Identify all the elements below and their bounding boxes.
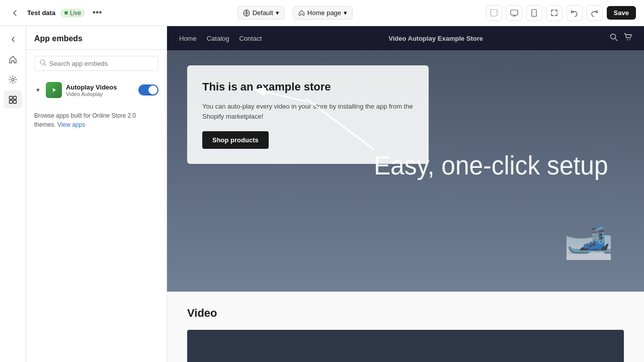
live-dot [64, 11, 68, 15]
svg-marker-11 [53, 88, 56, 92]
embed-item-autoplay: ▼ Autoplay Videos Video Autoplay [26, 77, 167, 103]
hero-heading: This is an example store [202, 80, 414, 94]
video-section-title: Video [187, 307, 624, 320]
homepage-chevron: ▾ [344, 9, 347, 17]
embed-toggle[interactable] [138, 84, 158, 96]
store-preview: Home Catalog Contact Video Autoplay Exam… [167, 26, 644, 362]
selection-icon [490, 9, 498, 17]
mobile-view-button[interactable] [526, 5, 542, 21]
nav-home: Home [179, 35, 197, 42]
store-name: Test data [27, 9, 55, 17]
store-nav-icons [610, 33, 632, 43]
search-nav-icon [610, 33, 618, 43]
sidebar-item-back[interactable] [4, 30, 22, 48]
search-icon [40, 59, 46, 67]
nav-contact: Contact [239, 35, 262, 42]
svg-rect-8 [10, 100, 13, 103]
undo-icon [571, 10, 578, 17]
embed-info: Autoplay Videos Video Autoplay [66, 83, 134, 97]
main: App embeds ▼ Autoplay Videos Video Autop [0, 26, 644, 362]
topbar-left: Test data Live ••• [8, 6, 104, 20]
view-apps-link[interactable]: View apps [57, 121, 85, 128]
video-section: Video [167, 292, 644, 362]
embed-sub: Video Autoplay [66, 91, 134, 97]
svg-rect-1 [491, 10, 497, 16]
desktop-icon [510, 10, 518, 17]
preview-inner: Home Catalog Contact Video Autoplay Exam… [167, 26, 644, 362]
search-container [34, 56, 158, 71]
sidebar-item-settings[interactable] [4, 70, 22, 88]
hero-card: This is an example store You can auto-pl… [187, 65, 429, 164]
selection-tool-button[interactable] [486, 5, 502, 21]
embed-name: Autoplay Videos [66, 83, 134, 91]
cart-nav-icon [624, 33, 632, 43]
toggle-knob [148, 85, 157, 95]
svg-rect-7 [14, 96, 17, 99]
expand-icon [550, 9, 558, 17]
default-selector[interactable]: Default ▾ [237, 6, 285, 20]
more-button[interactable]: ••• [90, 6, 104, 20]
expand-button[interactable] [546, 5, 562, 21]
icon-sidebar [0, 26, 26, 362]
expand-embed-button[interactable]: ▼ [34, 86, 42, 94]
redo-button[interactable] [587, 5, 603, 21]
search-input[interactable] [49, 60, 153, 67]
svg-rect-9 [14, 100, 17, 103]
store-title: Video Autoplay Example Store [388, 35, 483, 42]
svg-point-4 [534, 15, 535, 16]
homepage-selector[interactable]: Home page ▾ [293, 6, 353, 20]
svg-point-14 [629, 39, 630, 40]
video-placeholder [187, 330, 624, 362]
save-button[interactable]: Save [607, 6, 636, 20]
browse-apps-text: Browse apps built for Online Store 2.0 t… [26, 103, 167, 137]
store-nav: Home Catalog Contact Video Autoplay Exam… [167, 26, 644, 50]
panel-header: App embeds [26, 26, 167, 50]
topbar: Test data Live ••• Default ▾ Home page ▾ [0, 0, 644, 26]
svg-rect-2 [511, 10, 518, 15]
store-nav-links: Home Catalog Contact [179, 35, 262, 42]
default-label: Default [253, 9, 273, 17]
undo-button[interactable] [567, 5, 583, 21]
homepage-label: Home page [307, 9, 341, 17]
desktop-view-button[interactable] [506, 5, 522, 21]
sidebar-item-apps[interactable] [4, 90, 22, 109]
app-embeds-panel: App embeds ▼ Autoplay Videos Video Autop [26, 26, 167, 362]
svg-point-5 [12, 78, 14, 81]
svg-rect-6 [10, 96, 13, 99]
mobile-icon [531, 9, 537, 17]
topbar-right: Save [486, 5, 636, 21]
default-chevron: ▾ [276, 9, 279, 17]
live-label: Live [70, 10, 81, 17]
back-button[interactable] [8, 6, 22, 20]
topbar-center: Default ▾ Home page ▾ [237, 6, 353, 20]
hero-body: You can auto-play every video in your st… [202, 102, 414, 121]
sidebar-item-home[interactable] [4, 50, 22, 68]
redo-icon [591, 10, 598, 17]
svg-point-13 [627, 39, 628, 40]
live-badge: Live [60, 9, 85, 18]
panel-title: App embeds [34, 34, 83, 43]
nav-catalog: Catalog [207, 35, 229, 42]
home-icon [298, 10, 305, 16]
embed-app-icon [46, 82, 62, 98]
shop-products-button[interactable]: Shop products [202, 131, 269, 149]
svg-point-12 [610, 34, 615, 39]
store-hero: This is an example store You can auto-pl… [167, 50, 644, 292]
globe-icon [243, 10, 250, 17]
skier-decoration: 🎿 [564, 214, 614, 261]
